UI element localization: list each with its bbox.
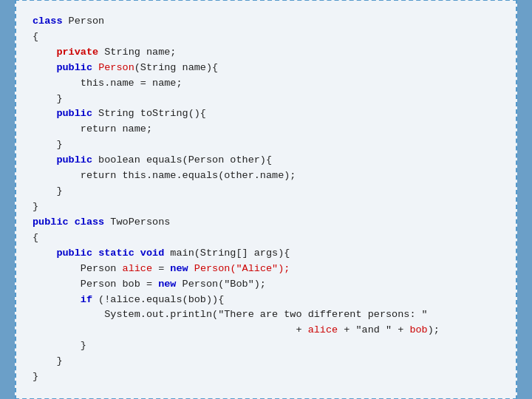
code-line: { [33,30,499,45]
code-line: } [33,92,499,107]
keyword: class [75,216,105,228]
keyword-new: new [170,263,188,274]
code-line: } [33,338,499,354]
code-line: return name; [33,122,499,137]
code-line: + alice + "and " + bob); [33,323,499,338]
code-line: public class TwoPersons [33,215,499,231]
classname: Person [98,62,134,73]
keyword: class [33,16,63,27]
code-editor: class Person { private String name; publ… [15,0,517,399]
classname: bob [409,324,427,335]
keyword: public [56,108,92,119]
code-line: } [33,137,499,153]
keyword: static [98,248,134,259]
keyword: public [33,216,69,228]
keyword: if [81,294,92,305]
code-line: { [33,231,499,246]
code-line: } [33,369,499,385]
code-line: } [33,200,499,215]
keyword-private: private [56,47,98,58]
code-line: class Person [33,14,499,30]
code-line: return this.name.equals(other.name); [33,168,499,184]
code-line: } [33,354,499,369]
code-line: this.name = name; [33,76,499,92]
classname: alice [308,324,338,335]
code-text: Person [63,16,105,27]
code-line: Person alice = new Person("Alice"); [33,262,499,277]
keyword-new: new [158,279,176,290]
code-line: System.out.println("There are two differ… [33,307,499,323]
code-line: Person bob = new Person("Bob"); [33,277,499,293]
keyword: public [56,154,92,166]
keyword: public [56,248,92,259]
code-line: public boolean equals(Person other){ [33,153,499,168]
code-line: public String toString(){ [33,106,499,122]
keyword: void [140,248,164,259]
string-literal: Person("Alice"); [194,263,290,274]
code-line: public Person(String name){ [33,61,499,76]
keyword: public [56,62,92,73]
code-line: private String name; [33,45,499,61]
code-line: } [33,184,499,200]
code-line: if (!alice.equals(bob)){ [33,293,499,308]
code-line: public static void main(String[] args){ [33,246,499,262]
classname: alice [123,263,153,274]
